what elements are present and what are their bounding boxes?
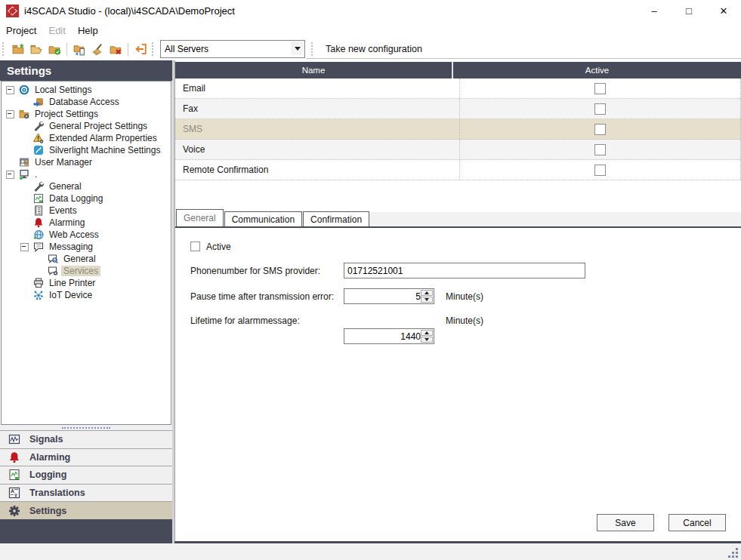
tree-item-silverlight-machine-settings[interactable]: Silverlight Machine Settings bbox=[2, 144, 171, 156]
database-icon bbox=[33, 97, 44, 107]
nav-translations[interactable]: Ay Translations bbox=[0, 484, 172, 502]
row-name: Fax bbox=[175, 99, 460, 118]
active-checkbox[interactable] bbox=[594, 83, 606, 94]
title-bar: i4SCADA Studio - (local)\i4SCADA\DemoPro… bbox=[0, 0, 741, 21]
collapse-icon[interactable] bbox=[6, 110, 14, 118]
import-icon[interactable] bbox=[131, 41, 150, 57]
toolbar-grip[interactable] bbox=[311, 42, 316, 56]
toolbar-grip[interactable] bbox=[152, 42, 156, 56]
active-checkbox[interactable] bbox=[594, 103, 606, 115]
nav-label: Logging bbox=[29, 469, 66, 480]
computer-icon bbox=[19, 169, 29, 180]
tree-item-messaging-services[interactable]: Services bbox=[2, 265, 171, 277]
table-row[interactable]: Voice bbox=[175, 140, 741, 160]
silverlight-icon bbox=[33, 145, 44, 155]
minimize-button[interactable]: – bbox=[637, 0, 672, 21]
phonenumber-input[interactable] bbox=[344, 263, 585, 278]
tree-item-user-manager[interactable]: User Manager bbox=[2, 156, 171, 168]
nav-settings[interactable]: Settings bbox=[0, 501, 172, 519]
publish-project-icon[interactable] bbox=[45, 41, 63, 57]
signals-icon bbox=[8, 433, 20, 445]
column-header-name[interactable]: Name bbox=[175, 62, 453, 78]
tree-item-data-logging[interactable]: Data Logging bbox=[2, 192, 171, 205]
printer-icon bbox=[33, 278, 44, 288]
tree-item-extended-alarm-properties[interactable]: Extended Alarm Properties bbox=[2, 132, 171, 144]
active-checkbox-label: Active bbox=[206, 238, 231, 254]
new-project-icon[interactable] bbox=[9, 41, 27, 57]
nav-label: Settings bbox=[29, 506, 66, 516]
spin-up-icon[interactable] bbox=[421, 290, 433, 296]
table-row[interactable]: Remote Confirmation bbox=[175, 160, 741, 180]
toolbar-divider bbox=[307, 58, 741, 59]
copy-to-device-icon[interactable] bbox=[70, 41, 88, 57]
iot-icon bbox=[33, 290, 44, 300]
maximize-button[interactable]: □ bbox=[672, 0, 706, 21]
nav-label: Signals bbox=[29, 434, 63, 445]
lifetime-unit: Minute(s) bbox=[446, 312, 483, 328]
table-row-selected[interactable]: SMS bbox=[175, 119, 741, 140]
tree-item-iot-device[interactable]: IoT Device bbox=[2, 289, 171, 301]
tree-item-line-printer[interactable]: Line Printer bbox=[2, 277, 171, 289]
table-row[interactable]: Fax bbox=[175, 99, 741, 119]
nav-signals[interactable]: Signals bbox=[0, 430, 172, 448]
spin-down-icon[interactable] bbox=[421, 337, 433, 343]
tree-item-messaging-general[interactable]: General bbox=[2, 253, 171, 265]
column-header-active[interactable]: Active bbox=[453, 62, 741, 78]
server-select[interactable]: All Servers bbox=[160, 40, 305, 58]
svg-text:y: y bbox=[14, 492, 17, 498]
close-button[interactable]: ✕ bbox=[706, 0, 741, 21]
collapse-icon[interactable] bbox=[6, 86, 14, 94]
gear-icon bbox=[8, 505, 20, 517]
row-name: Email bbox=[175, 78, 460, 98]
tree-item-events[interactable]: Events bbox=[2, 205, 171, 217]
clean-icon[interactable] bbox=[88, 41, 107, 57]
tree-item-project-settings[interactable]: Project Settings bbox=[2, 108, 171, 120]
message-gear-icon bbox=[48, 266, 58, 276]
spin-up-icon[interactable] bbox=[421, 330, 433, 336]
active-checkbox[interactable] bbox=[594, 165, 606, 176]
nav-alarming[interactable]: Alarming bbox=[0, 448, 172, 466]
resize-grip[interactable] bbox=[727, 547, 738, 558]
active-checkbox[interactable] bbox=[594, 124, 606, 135]
take-new-configuration-button[interactable]: Take new configuration bbox=[326, 44, 422, 54]
pause-time-value[interactable] bbox=[344, 289, 424, 303]
tree-item-alarming[interactable]: Alarming bbox=[2, 217, 171, 229]
tab-communication[interactable]: Communication bbox=[224, 211, 302, 226]
tree-item-web-access[interactable]: Web Access bbox=[2, 229, 171, 241]
server-select-value: All Servers bbox=[161, 44, 208, 54]
tree-item-messaging[interactable]: Messaging bbox=[2, 241, 171, 253]
tree-item-general[interactable]: General bbox=[2, 180, 171, 192]
nav-label: Translations bbox=[29, 488, 85, 498]
menu-project[interactable]: Project bbox=[0, 23, 42, 38]
sidebar-splitter[interactable] bbox=[0, 425, 172, 430]
table-row[interactable]: Email bbox=[175, 78, 741, 99]
lifetime-value[interactable] bbox=[344, 329, 424, 343]
save-button[interactable]: Save bbox=[597, 514, 654, 531]
delete-project-icon[interactable] bbox=[107, 41, 125, 57]
tab-confirmation[interactable]: Confirmation bbox=[303, 211, 369, 226]
gear-blue-icon bbox=[19, 85, 29, 95]
tab-general[interactable]: General bbox=[176, 209, 224, 226]
active-checkbox[interactable] bbox=[190, 242, 200, 251]
tree-item-server-node[interactable]: . bbox=[2, 168, 171, 180]
spin-down-icon[interactable] bbox=[421, 297, 433, 303]
lifetime-stepper[interactable] bbox=[344, 328, 434, 344]
lifetime-label: Lifetime for alarmmessage: bbox=[190, 312, 300, 328]
toolbar-grip[interactable] bbox=[2, 42, 7, 56]
tree-item-database-access[interactable]: Database Access bbox=[2, 96, 171, 108]
globe-icon bbox=[33, 229, 44, 240]
collapse-icon[interactable] bbox=[6, 171, 14, 179]
collapse-icon[interactable] bbox=[20, 243, 29, 251]
menu-help[interactable]: Help bbox=[72, 23, 104, 38]
status-bar bbox=[0, 543, 741, 560]
active-checkbox[interactable] bbox=[594, 144, 606, 155]
pause-time-stepper[interactable] bbox=[344, 288, 434, 304]
open-project-icon[interactable] bbox=[27, 41, 45, 57]
dropdown-arrow-icon[interactable] bbox=[291, 42, 304, 55]
nav-logging[interactable]: Logging bbox=[0, 466, 172, 484]
tree-item-local-settings[interactable]: Local Settings bbox=[2, 84, 171, 96]
row-name: Remote Confirmation bbox=[175, 160, 460, 180]
bell-icon bbox=[8, 451, 20, 463]
cancel-button[interactable]: Cancel bbox=[668, 514, 726, 531]
tree-item-general-project-settings[interactable]: General Project Settings bbox=[2, 120, 171, 132]
